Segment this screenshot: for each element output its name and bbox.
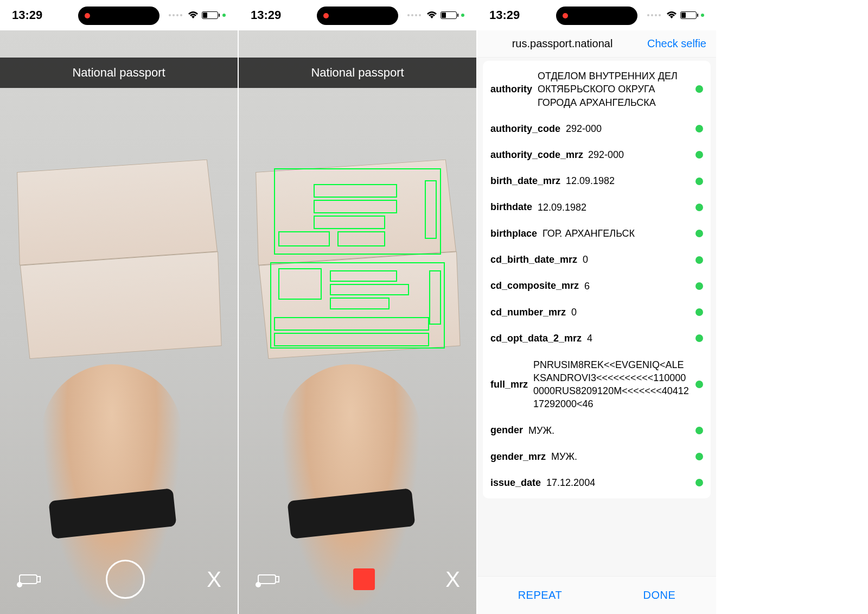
field-key: authority_code — [490, 123, 560, 135]
field-value: ГОР. АРХАНГЕЛЬСК — [542, 227, 690, 240]
camera-viewport[interactable] — [0, 30, 238, 614]
field-key: birthdate — [490, 201, 532, 213]
detection-box — [425, 180, 437, 239]
shutter-button[interactable] — [106, 560, 145, 599]
field-value: 0 — [571, 306, 690, 319]
cellular-dots-icon — [169, 14, 182, 16]
close-button[interactable]: X — [445, 568, 460, 590]
cellular-dots-icon — [647, 14, 661, 16]
results-card: authorityОТДЕЛОМ ВНУТРЕННИХ ДЕЛ ОКТЯБРЬС… — [483, 61, 711, 498]
field-value: 12.09.1982 — [566, 174, 690, 187]
field-key: birth_date_mrz — [490, 175, 560, 187]
wifi-icon — [188, 11, 199, 19]
status-right — [169, 11, 226, 19]
result-row[interactable]: birthplaceГОР. АРХАНГЕЛЬСК — [483, 220, 711, 246]
repeat-button[interactable]: REPEAT — [518, 589, 563, 602]
cellular-dots-icon — [407, 14, 421, 16]
status-time: 13:29 — [12, 8, 42, 22]
result-row[interactable]: cd_number_mrz0 — [483, 299, 711, 325]
done-button[interactable]: DONE — [643, 589, 676, 602]
passport-document — [258, 161, 457, 356]
field-value: 17.12.2004 — [546, 476, 690, 489]
flashlight-button[interactable] — [255, 569, 282, 589]
svg-rect-0 — [20, 575, 37, 584]
camera-controls: X — [0, 558, 238, 601]
result-row[interactable]: issue_date17.12.2004 — [483, 470, 711, 496]
svg-rect-4 — [276, 577, 279, 582]
result-row[interactable]: full_mrzPNRUSIM8REK<<EVGENIQ<ALEKSANDROV… — [483, 352, 711, 417]
dynamic-island — [556, 7, 637, 25]
field-key: authority — [490, 84, 532, 95]
detection-box — [314, 216, 385, 229]
results-footer: REPEAT DONE — [477, 576, 716, 614]
camera-controls: X — [239, 558, 476, 601]
camera-active-dot-icon — [701, 14, 704, 17]
result-row[interactable]: authority_code292-000 — [483, 116, 711, 142]
detection-box — [330, 284, 409, 296]
result-row[interactable]: birthdate12.09.1982 — [483, 194, 711, 220]
status-time: 13:29 — [489, 8, 520, 22]
field-key: birthplace — [490, 228, 537, 239]
field-key: full_mrz — [490, 379, 528, 390]
status-ok-icon — [695, 308, 703, 316]
flashlight-button[interactable] — [16, 569, 43, 589]
field-key: gender_mrz — [490, 451, 546, 463]
detection-box — [278, 231, 330, 247]
result-row[interactable]: cd_opt_data_2_mrz4 — [483, 325, 711, 351]
result-row[interactable]: cd_birth_date_mrz0 — [483, 246, 711, 273]
phone-camera-detecting: 13:29 — [239, 0, 477, 614]
battery-icon — [202, 11, 218, 19]
phone-camera-idle: 13:29 National passport — [0, 0, 239, 614]
field-value: 0 — [583, 253, 690, 266]
result-row[interactable]: birth_date_mrz12.09.1982 — [483, 168, 711, 194]
check-selfie-link[interactable]: Check selfie — [647, 37, 706, 50]
close-button[interactable]: X — [207, 568, 221, 590]
detection-box — [314, 184, 397, 198]
recording-dot-icon — [563, 13, 568, 18]
status-bar: 13:29 — [0, 0, 238, 30]
document-type-label: rus.passport.national — [512, 37, 613, 50]
camera-title-bar: National passport — [0, 58, 238, 88]
status-ok-icon — [695, 151, 703, 159]
phone-results: 13:29 rus.passport.national Check selfie… — [477, 0, 716, 614]
camera-title: National passport — [311, 66, 404, 80]
status-ok-icon — [695, 204, 703, 211]
status-ok-icon — [695, 85, 703, 93]
field-key: cd_number_mrz — [490, 307, 566, 318]
result-row[interactable]: authorityОТДЕЛОМ ВНУТРЕННИХ ДЕЛ ОКТЯБРЬС… — [483, 63, 711, 116]
dynamic-island — [78, 7, 159, 25]
recording-dot-icon — [85, 13, 90, 18]
stop-button[interactable] — [353, 568, 375, 590]
wifi-icon — [666, 11, 677, 19]
status-bar: 13:29 — [477, 0, 716, 30]
camera-active-dot-icon — [222, 14, 226, 17]
camera-title-bar: National passport — [239, 58, 476, 88]
recording-dot-icon — [323, 13, 329, 18]
camera-viewport[interactable] — [239, 30, 476, 614]
field-key: authority_code_mrz — [490, 149, 583, 161]
svg-rect-1 — [37, 577, 40, 582]
svg-point-5 — [256, 582, 261, 587]
battery-icon — [441, 11, 457, 19]
passport-document — [20, 161, 218, 356]
status-bar: 13:29 — [239, 0, 476, 30]
field-key: gender — [490, 425, 523, 436]
detection-box — [278, 268, 322, 300]
detection-box — [330, 297, 390, 309]
field-key: cd_composite_mrz — [490, 280, 579, 292]
field-key: issue_date — [490, 477, 541, 489]
result-row[interactable]: genderМУЖ. — [483, 417, 711, 444]
field-value: 292-000 — [566, 122, 690, 135]
field-value: 292-000 — [588, 148, 690, 161]
field-key: cd_birth_date_mrz — [490, 254, 577, 265]
status-right — [647, 11, 704, 19]
result-row[interactable]: gender_mrzМУЖ. — [483, 444, 711, 470]
status-ok-icon — [695, 381, 703, 388]
status-ok-icon — [695, 334, 703, 342]
field-value: ОТДЕЛОМ ВНУТРЕННИХ ДЕЛ ОКТЯБРЬСКОГО ОКРУ… — [538, 69, 690, 109]
result-row[interactable]: cd_composite_mrz6 — [483, 273, 711, 299]
result-row[interactable]: authority_code_mrz292-000 — [483, 142, 711, 168]
results-list[interactable]: authorityОТДЕЛОМ ВНУТРЕННИХ ДЕЛ ОКТЯБРЬС… — [477, 58, 716, 576]
detection-box — [429, 270, 441, 325]
status-time: 13:29 — [251, 8, 281, 22]
